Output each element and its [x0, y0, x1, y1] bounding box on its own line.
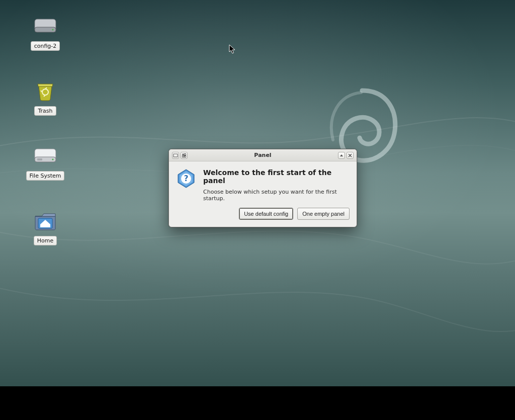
one-empty-panel-button[interactable]: One empty panel — [297, 208, 350, 220]
desktop-icon-filesystem[interactable]: File System — [25, 144, 65, 181]
svg-point-2 — [52, 29, 53, 30]
desktop-icons: config-2 Trash — [25, 14, 65, 245]
desktop-icon-label: Trash — [34, 106, 56, 116]
desktop-icon-label: config-2 — [31, 41, 60, 51]
trash-icon — [33, 79, 57, 103]
desktop-icon-trash[interactable]: Trash — [25, 79, 65, 116]
svg-rect-12 — [185, 155, 186, 157]
window-close-button[interactable] — [347, 152, 354, 159]
svg-rect-6 — [37, 158, 42, 160]
dialog-message: Choose below which setup you want for th… — [203, 189, 349, 202]
svg-point-5 — [52, 158, 53, 160]
svg-rect-10 — [185, 153, 186, 155]
svg-text:?: ? — [184, 174, 189, 183]
window-menu-button[interactable] — [172, 152, 179, 159]
desktop-icon-label: Home — [34, 236, 57, 245]
use-default-config-button[interactable]: Use default config — [239, 208, 293, 220]
home-folder-icon — [33, 209, 57, 233]
desktop-icon-home[interactable]: Home — [25, 209, 65, 245]
window-shade-button[interactable] — [338, 152, 345, 159]
mouse-cursor-icon — [229, 44, 236, 54]
svg-rect-8 — [174, 154, 178, 157]
question-icon: ? — [176, 169, 196, 189]
desktop[interactable]: config-2 Trash — [0, 0, 515, 386]
dialog-heading: Welcome to the first start of the panel — [203, 169, 349, 185]
letterbox-bottom — [0, 386, 515, 420]
drive-icon — [33, 144, 57, 168]
dialog-titlebar[interactable]: Panel — [169, 149, 357, 161]
panel-dialog: Panel ? Welcome to the firs — [168, 149, 357, 227]
dialog-body: ? Welcome to the first start of the pane… — [169, 161, 357, 208]
drive-icon — [33, 14, 57, 38]
desktop-icon-label: File System — [26, 171, 65, 181]
desktop-icon-config-2[interactable]: config-2 — [25, 14, 65, 51]
dialog-button-row: Use default config One empty panel — [169, 208, 357, 227]
dialog-title: Panel — [169, 152, 357, 158]
svg-rect-9 — [183, 153, 184, 155]
svg-rect-11 — [183, 155, 184, 157]
window-sticky-button[interactable] — [181, 152, 188, 159]
